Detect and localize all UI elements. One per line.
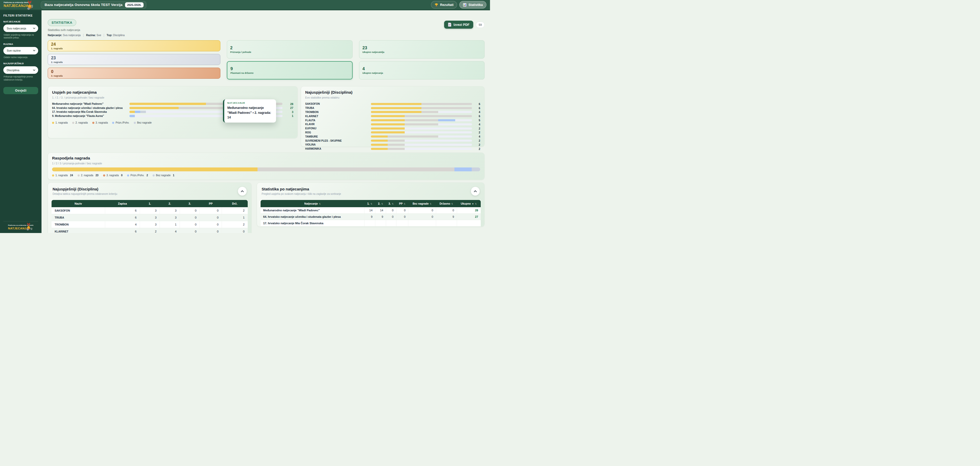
chart-tooltip: NATJECANJE Međunarodno natjecanje "Mladi…	[223, 99, 276, 123]
filter-label-natjecanje: NATJECANJE	[3, 20, 38, 23]
logo-name: NATJECANJA.	[3, 3, 29, 8]
stacked-bar	[371, 140, 472, 142]
sort-icon: ⇅	[475, 203, 477, 205]
sidebar-heading: FILTERI STATISTIKE	[3, 14, 38, 17]
discipline-row[interactable]: HARMONIKA 2	[305, 147, 480, 151]
sort-icon: ⇅	[404, 203, 406, 205]
column-header[interactable]: 2.	[160, 200, 180, 207]
collapse-button[interactable]	[238, 187, 247, 196]
chart-raspodjela-nagrada: Raspodjela nagrada 1 / 2 / 3 / priznanja…	[48, 153, 485, 180]
chevron-down-icon	[33, 28, 35, 29]
table-statistika-po-natjecanjima: Statistika po natjecanjima Pregled uspje…	[257, 182, 485, 227]
page-header: STATISTIKA Statistika svih natjecanja Na…	[48, 19, 485, 37]
breadcrumb-separator: |	[103, 33, 104, 37]
app-logo: Platforma za evidenciju školskih NATJECA…	[3, 2, 37, 8]
discipline-row[interactable]: KLARINET 6	[305, 114, 480, 118]
sidebar-footer: Platforma za evidenciju školskih NATJECA…	[3, 221, 38, 230]
table-title: Statistika po natjecanjima	[262, 187, 341, 191]
sortable-column-header[interactable]: 2.⇅	[375, 200, 386, 207]
legend-dot-pp	[112, 122, 114, 124]
chevron-down-icon	[33, 50, 35, 51]
sortable-column-header[interactable]: 1.⇅	[364, 200, 375, 207]
top-navigation: Rezultati Statistika	[431, 1, 487, 8]
school-year-badge: 2025./2026.	[125, 2, 143, 8]
column-header[interactable]: 1.	[140, 200, 160, 207]
column-header[interactable]: Zapisa	[105, 200, 140, 207]
table-row: TROMBON431002	[52, 221, 248, 228]
sortable-column-header[interactable]: Bez nagrade⇅	[408, 200, 436, 207]
discipline-row[interactable]: FLAUTA 5	[305, 118, 480, 122]
nav-rezultati-button[interactable]: Rezultati	[431, 1, 457, 8]
discipline-row[interactable]: SAKSOFON 6	[305, 102, 480, 106]
discipline-row[interactable]: ROG 2	[305, 131, 480, 135]
distribution-bar	[52, 168, 480, 171]
stacked-bar	[371, 148, 472, 150]
column-header[interactable]: Naziv	[52, 200, 105, 207]
footer-logo: Platforma za evidenciju školskih NATJECA…	[8, 225, 33, 230]
summary-cards: 241. nagrada 232. nagrada 03. nagrada 2P…	[48, 40, 485, 80]
stacked-bar	[371, 103, 472, 105]
sortable-column-header[interactable]: Državno⇅	[436, 200, 457, 207]
medal-icon	[27, 1, 32, 10]
collapse-button[interactable]	[471, 187, 480, 196]
chart-title: Uspjeh po natjecanjima	[52, 90, 293, 95]
table-header-row: Naziv Zapisa 1. 2. 3. PP Drž.	[52, 200, 248, 207]
filters-sidebar: FILTERI STATISTIKE NATJECANJE Sva natjec…	[0, 10, 41, 233]
column-header[interactable]: PP	[200, 200, 222, 207]
filter-label-razina: RAZINA	[3, 43, 38, 45]
card-ukupno-natjecatelja: 23Ukupno natjecatelja	[359, 40, 485, 59]
discipline-row[interactable]: TROMBON 4	[305, 110, 480, 114]
najuspjesniji-select[interactable]: Disciplina	[3, 66, 38, 74]
sort-icon: ⇅	[430, 203, 431, 205]
stacked-bar	[371, 131, 472, 133]
legend-dot-second	[78, 174, 80, 177]
stacked-bar	[371, 144, 472, 146]
table-row: TRUBA633001	[52, 214, 248, 221]
table-row: Međunarodno natjecanje "Mladi Padovec"14…	[261, 207, 481, 214]
filter-label-najuspjesniji: NAJUSPJEŠNIJI	[3, 62, 38, 65]
chart-title: Raspodjela nagrada	[52, 156, 480, 161]
stacked-bar	[371, 107, 472, 109]
main-content: STATISTIKA Statistika svih natjecanja Na…	[41, 10, 490, 233]
discipline-row[interactable]: KLAVIR 4	[305, 122, 480, 126]
table-najuspjesniji: Najuspješniji (Disciplina) Detaljna tabl…	[48, 182, 251, 233]
sort-desc-icon: ▼	[472, 203, 474, 205]
stacked-bar	[371, 119, 472, 121]
app-window: Platforma za evidenciju školskih NATJECA…	[0, 0, 490, 233]
column-header[interactable]: 3.	[180, 200, 199, 207]
card-first-prize: 241. nagrada	[48, 40, 220, 51]
bar-chart-icon	[463, 3, 466, 7]
sort-icon: ⇅	[371, 203, 372, 205]
chevron-up-icon	[474, 190, 477, 192]
legend-dot-third	[103, 174, 105, 177]
legend-dot-first	[52, 122, 54, 124]
razina-select[interactable]: Sve razine	[3, 47, 38, 54]
legend-dot-none	[134, 122, 136, 124]
table-row: 64. hrvatsko natjecanje učenika i studen…	[261, 214, 481, 220]
document-icon	[448, 23, 451, 27]
nav-statistika-button[interactable]: Statistika	[459, 1, 487, 8]
sortable-column-header-active[interactable]: Ukupno▼⇅	[457, 200, 481, 207]
stacked-bar	[371, 123, 472, 125]
discipline-row[interactable]: VIOLINA 2	[305, 143, 480, 147]
discipline-row[interactable]: TAMBURE 4	[305, 134, 480, 139]
discipline-row[interactable]: TRUBA 6	[305, 106, 480, 110]
sortable-column-header[interactable]: PP⇅	[396, 200, 408, 207]
breadcrumb: Natjecanje:Sva natjecanja | Razina:Sve |…	[48, 33, 125, 37]
trophy-icon	[434, 3, 438, 7]
sortable-column-header[interactable]: Natjecanje⇅	[261, 200, 364, 207]
sortable-column-header[interactable]: 3.⇅	[386, 200, 396, 207]
discipline-row[interactable]: EUFONIJ 2	[305, 126, 480, 131]
chart-subtitle: 1 / 2 / 3 / priznanja-pohvale / bez nagr…	[52, 162, 480, 165]
stacked-bar	[371, 128, 472, 129]
stacked-bar	[371, 111, 472, 113]
refresh-button[interactable]: Osvježi	[3, 87, 38, 94]
column-header[interactable]: Drž.	[222, 200, 248, 207]
card-third-prize: 03. nagrada	[48, 68, 220, 79]
chart-title: Najuspješniji (Disciplina)	[305, 90, 480, 95]
export-pdf-button[interactable]: Izvezi PDF	[444, 21, 473, 29]
discipline-row[interactable]: SUVREMENI PLES - SKUPINE 2	[305, 139, 480, 143]
natjecanje-select[interactable]: Sva natjecanja	[3, 24, 38, 32]
chart-subtitle: Evo statistike prema odabiru	[305, 96, 480, 99]
legend-dot-second	[72, 122, 74, 124]
